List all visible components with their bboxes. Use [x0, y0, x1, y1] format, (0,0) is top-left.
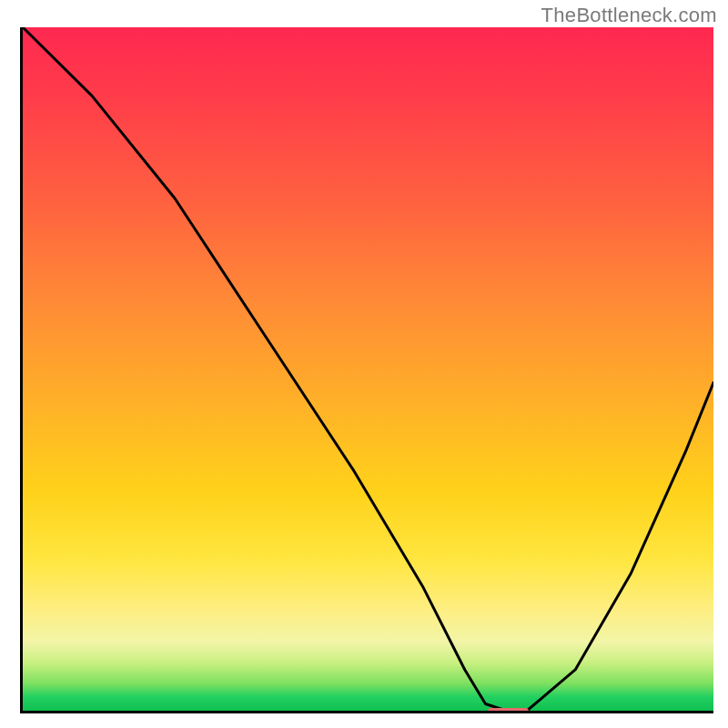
optimal-marker: [488, 708, 530, 713]
plot-area: [20, 27, 713, 713]
watermark-text: TheBottleneck.com: [541, 4, 717, 27]
curve-svg: [23, 27, 713, 711]
chart-stage: TheBottleneck.com: [0, 0, 728, 728]
bottleneck-curve-path: [23, 27, 713, 711]
